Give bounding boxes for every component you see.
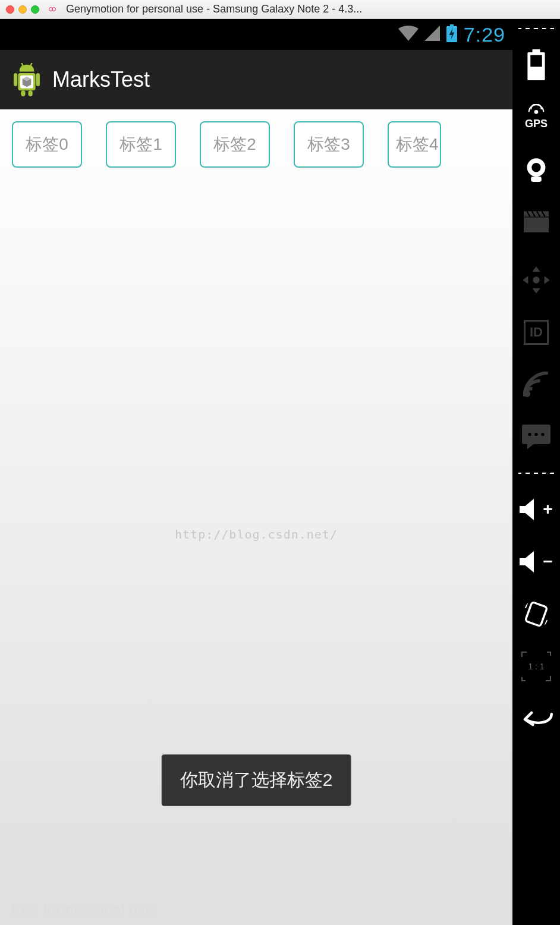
dpad-button[interactable]	[520, 263, 553, 297]
gps-button[interactable]: GPS	[520, 100, 553, 134]
cell-signal-icon	[424, 26, 440, 43]
camera-button[interactable]	[520, 153, 553, 186]
status-bar-time: 7:29	[464, 23, 505, 46]
tab-3[interactable]: 标签3	[294, 121, 364, 168]
tab-label: 标签3	[307, 133, 350, 156]
toast-message: 你取消了选择标签2	[162, 754, 351, 806]
gps-label: GPS	[525, 118, 548, 130]
svg-rect-6	[21, 90, 25, 96]
macos-titlebar: Genymotion for personal use - Samsung Ga…	[0, 0, 560, 19]
svg-rect-7	[28, 90, 32, 96]
battery-button[interactable]	[520, 48, 553, 81]
svg-point-11	[531, 163, 540, 172]
tab-label: 标签2	[213, 133, 256, 156]
sidebar-divider	[518, 473, 554, 474]
tab-4[interactable]: 标签4	[388, 121, 441, 168]
window-zoom-button[interactable]	[31, 5, 39, 14]
volume-down-button[interactable]: −	[520, 545, 553, 578]
back-button[interactable]	[520, 702, 553, 735]
emulator-container: 7:29	[0, 19, 560, 925]
svg-point-14	[533, 276, 539, 283]
screencast-button[interactable]	[520, 205, 553, 238]
svg-rect-20	[525, 602, 547, 626]
svg-point-9	[534, 110, 539, 114]
svg-rect-4	[14, 73, 17, 86]
svg-point-18	[534, 433, 537, 436]
app-title: MarksTest	[52, 67, 150, 92]
svg-point-17	[528, 433, 531, 436]
ratio-label: 1 : 1	[528, 662, 544, 671]
wifi-icon	[398, 26, 419, 43]
tab-0[interactable]: 标签0	[12, 121, 82, 168]
genymotion-sidebar: GPS ID +	[512, 19, 560, 925]
android-status-bar[interactable]: 7:29	[0, 19, 512, 50]
battery-charging-icon	[446, 24, 458, 45]
footer-label: free for personal use	[12, 901, 153, 919]
tab-1[interactable]: 标签1	[106, 121, 176, 168]
remote-control-button[interactable]	[520, 420, 553, 454]
identifier-button[interactable]: ID	[520, 316, 553, 349]
watermark-text: http://blog.csdn.net/	[175, 527, 338, 542]
tab-2[interactable]: 标签2	[200, 121, 270, 168]
tab-label: 标签0	[26, 133, 68, 156]
tab-label: 标签1	[119, 133, 162, 156]
window-close-button[interactable]	[6, 5, 14, 14]
genymotion-logo-icon	[46, 5, 58, 14]
rotate-button[interactable]	[520, 597, 553, 631]
svg-rect-8	[530, 55, 542, 67]
network-button[interactable]	[520, 368, 553, 401]
window-minimize-button[interactable]	[18, 5, 27, 14]
phone-screen: 7:29	[0, 19, 512, 925]
app-action-bar: MarksTest	[0, 50, 512, 109]
volume-up-button[interactable]: +	[520, 493, 553, 526]
svg-point-15	[524, 391, 530, 397]
pixel-perfect-button[interactable]: 1 : 1	[520, 650, 553, 683]
svg-point-19	[541, 433, 544, 436]
tab-label: 标签4	[396, 133, 439, 156]
app-icon	[12, 63, 42, 96]
svg-rect-13	[524, 218, 549, 232]
id-label: ID	[524, 320, 549, 345]
svg-rect-12	[531, 177, 542, 182]
svg-rect-5	[36, 73, 40, 86]
tabs-scroll-row[interactable]: 标签0 标签1 标签2 标签3 标签4	[0, 109, 512, 174]
content-area: http://blog.csdn.net/	[0, 174, 512, 925]
window-title: Genymotion for personal use - Samsung Ga…	[66, 3, 554, 15]
